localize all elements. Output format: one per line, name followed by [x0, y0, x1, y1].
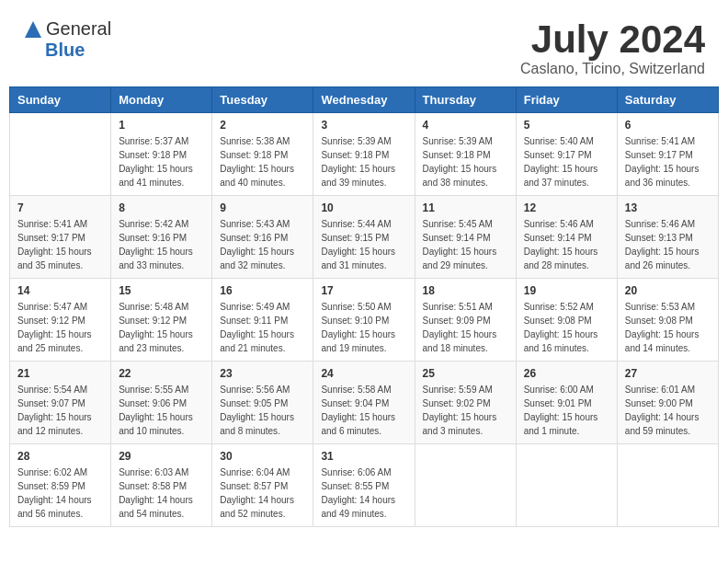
- day-info: Sunrise: 5:54 AM Sunset: 9:07 PM Dayligh…: [17, 383, 103, 438]
- day-number: 19: [524, 284, 609, 297]
- daylight-text: Daylight: 15 hours and 21 minutes.: [220, 329, 294, 353]
- calendar-day-cell: 23 Sunrise: 5:56 AM Sunset: 9:05 PM Dayl…: [212, 362, 313, 444]
- sunset-text: Sunset: 9:17 PM: [524, 150, 592, 160]
- daylight-text: Daylight: 15 hours and 16 minutes.: [524, 329, 598, 353]
- day-number: 16: [220, 284, 305, 297]
- logo-general: General: [46, 18, 111, 40]
- logo-icon: [23, 19, 43, 40]
- sunset-text: Sunset: 9:15 PM: [321, 233, 389, 243]
- calendar-day-cell: 30 Sunrise: 6:04 AM Sunset: 8:57 PM Dayl…: [212, 444, 313, 527]
- day-number: 17: [321, 284, 406, 297]
- daylight-text: Daylight: 15 hours and 3 minutes.: [423, 412, 497, 436]
- day-of-week-header: Monday: [111, 87, 212, 113]
- sunset-text: Sunset: 9:08 PM: [524, 316, 592, 326]
- calendar-day-cell: 15 Sunrise: 5:48 AM Sunset: 9:12 PM Dayl…: [111, 279, 212, 362]
- sunset-text: Sunset: 8:58 PM: [119, 481, 187, 491]
- day-info: Sunrise: 5:40 AM Sunset: 9:17 PM Dayligh…: [524, 134, 609, 190]
- subtitle: Caslano, Ticino, Switzerland: [520, 61, 705, 77]
- day-number: 15: [119, 284, 204, 297]
- calendar-day-cell: 4 Sunrise: 5:39 AM Sunset: 9:18 PM Dayli…: [415, 113, 516, 196]
- daylight-text: Daylight: 15 hours and 38 minutes.: [423, 164, 497, 188]
- sunrise-text: Sunrise: 6:01 AM: [625, 385, 695, 395]
- sunrise-text: Sunrise: 5:39 AM: [423, 136, 493, 146]
- day-of-week-header: Wednesday: [313, 87, 415, 113]
- day-of-week-header: Thursday: [415, 87, 516, 113]
- sunrise-text: Sunrise: 5:46 AM: [524, 219, 594, 229]
- sunrise-text: Sunrise: 5:44 AM: [321, 219, 391, 229]
- daylight-text: Daylight: 14 hours and 49 minutes.: [321, 495, 395, 519]
- day-number: 25: [423, 367, 508, 380]
- day-number: 12: [524, 201, 609, 214]
- day-number: 10: [321, 201, 406, 214]
- day-number: 9: [220, 201, 305, 214]
- page-header: General Blue July 2024 Caslano, Ticino, …: [9, 9, 719, 82]
- svg-marker-0: [25, 21, 41, 38]
- day-number: 13: [625, 201, 711, 214]
- daylight-text: Daylight: 15 hours and 25 minutes.: [17, 329, 92, 353]
- sunrise-text: Sunrise: 5:55 AM: [119, 385, 188, 395]
- sunset-text: Sunset: 9:14 PM: [423, 233, 491, 243]
- sunrise-text: Sunrise: 6:04 AM: [220, 467, 290, 477]
- daylight-text: Daylight: 14 hours and 52 minutes.: [220, 495, 294, 519]
- sunrise-text: Sunrise: 5:43 AM: [220, 219, 290, 229]
- day-number: 18: [423, 284, 508, 297]
- daylight-text: Daylight: 15 hours and 33 minutes.: [119, 247, 193, 270]
- calendar-day-cell: 13 Sunrise: 5:46 AM Sunset: 9:13 PM Dayl…: [617, 196, 718, 279]
- sunrise-text: Sunrise: 5:40 AM: [524, 136, 594, 146]
- day-info: Sunrise: 5:41 AM Sunset: 9:17 PM Dayligh…: [625, 134, 711, 190]
- day-info: Sunrise: 5:42 AM Sunset: 9:16 PM Dayligh…: [119, 217, 204, 272]
- calendar-day-cell: 14 Sunrise: 5:47 AM Sunset: 9:12 PM Dayl…: [10, 279, 111, 362]
- sunrise-text: Sunrise: 5:51 AM: [423, 302, 493, 312]
- day-info: Sunrise: 5:46 AM Sunset: 9:13 PM Dayligh…: [625, 217, 711, 272]
- day-info: Sunrise: 5:39 AM Sunset: 9:18 PM Dayligh…: [321, 134, 406, 190]
- calendar-day-cell: 27 Sunrise: 6:01 AM Sunset: 9:00 PM Dayl…: [617, 362, 718, 444]
- day-number: 28: [17, 450, 103, 463]
- day-info: Sunrise: 5:44 AM Sunset: 9:15 PM Dayligh…: [321, 217, 406, 272]
- calendar-day-cell: 22 Sunrise: 5:55 AM Sunset: 9:06 PM Dayl…: [111, 362, 212, 444]
- daylight-text: Daylight: 15 hours and 14 minutes.: [625, 329, 700, 353]
- day-info: Sunrise: 5:58 AM Sunset: 9:04 PM Dayligh…: [321, 383, 406, 438]
- calendar-day-cell: [415, 444, 516, 527]
- calendar-day-cell: 29 Sunrise: 6:03 AM Sunset: 8:58 PM Dayl…: [111, 444, 212, 527]
- day-number: 1: [119, 119, 204, 132]
- sunrise-text: Sunrise: 5:41 AM: [625, 136, 695, 146]
- day-number: 6: [625, 119, 711, 132]
- sunrise-text: Sunrise: 5:42 AM: [119, 219, 188, 229]
- sunrise-text: Sunrise: 5:48 AM: [119, 302, 188, 312]
- daylight-text: Daylight: 15 hours and 41 minutes.: [119, 164, 193, 188]
- sunset-text: Sunset: 9:10 PM: [321, 316, 389, 326]
- day-info: Sunrise: 5:56 AM Sunset: 9:05 PM Dayligh…: [220, 383, 305, 438]
- sunrise-text: Sunrise: 5:37 AM: [119, 136, 188, 146]
- sunset-text: Sunset: 9:11 PM: [220, 316, 288, 326]
- sunrise-text: Sunrise: 5:47 AM: [17, 302, 87, 312]
- calendar-day-cell: 12 Sunrise: 5:46 AM Sunset: 9:14 PM Dayl…: [516, 196, 617, 279]
- daylight-text: Daylight: 15 hours and 31 minutes.: [321, 247, 395, 270]
- day-info: Sunrise: 5:46 AM Sunset: 9:14 PM Dayligh…: [524, 217, 609, 272]
- sunset-text: Sunset: 9:12 PM: [119, 316, 187, 326]
- sunrise-text: Sunrise: 5:56 AM: [220, 385, 290, 395]
- day-number: 3: [321, 119, 406, 132]
- sunset-text: Sunset: 8:55 PM: [321, 481, 389, 491]
- daylight-text: Daylight: 15 hours and 1 minute.: [524, 412, 598, 436]
- day-info: Sunrise: 5:38 AM Sunset: 9:18 PM Dayligh…: [220, 134, 305, 190]
- sunset-text: Sunset: 9:16 PM: [119, 233, 187, 243]
- day-info: Sunrise: 5:55 AM Sunset: 9:06 PM Dayligh…: [119, 383, 204, 438]
- logo-blue: Blue: [45, 40, 85, 60]
- calendar-day-cell: 11 Sunrise: 5:45 AM Sunset: 9:14 PM Dayl…: [415, 196, 516, 279]
- calendar-week-row: 1 Sunrise: 5:37 AM Sunset: 9:18 PM Dayli…: [10, 113, 719, 196]
- day-number: 4: [423, 119, 508, 132]
- day-number: 21: [17, 367, 103, 380]
- sunrise-text: Sunrise: 5:41 AM: [17, 219, 87, 229]
- day-info: Sunrise: 6:02 AM Sunset: 8:59 PM Dayligh…: [17, 465, 103, 521]
- title-block: July 2024 Caslano, Ticino, Switzerland: [520, 18, 705, 77]
- sunset-text: Sunset: 9:18 PM: [321, 150, 389, 160]
- day-number: 14: [17, 284, 103, 297]
- daylight-text: Daylight: 15 hours and 39 minutes.: [321, 164, 395, 188]
- daylight-text: Daylight: 14 hours and 56 minutes.: [17, 495, 92, 519]
- day-number: 20: [625, 284, 711, 297]
- sunset-text: Sunset: 9:09 PM: [423, 316, 491, 326]
- sunset-text: Sunset: 8:57 PM: [220, 481, 288, 491]
- daylight-text: Daylight: 15 hours and 18 minutes.: [423, 329, 497, 353]
- calendar-day-cell: 18 Sunrise: 5:51 AM Sunset: 9:09 PM Dayl…: [415, 279, 516, 362]
- sunrise-text: Sunrise: 5:39 AM: [321, 136, 391, 146]
